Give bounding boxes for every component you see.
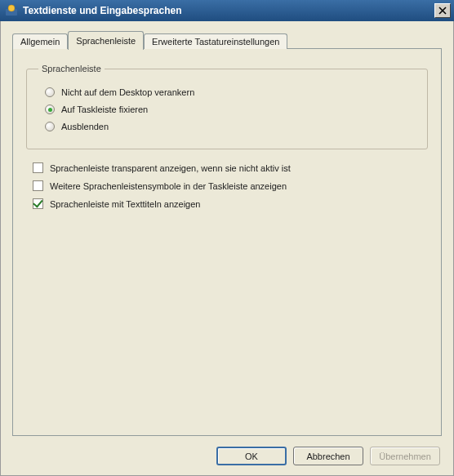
radio-not-docked[interactable]: Nicht auf dem Desktop verankern	[45, 87, 416, 97]
cancel-button-label: Abbrechen	[306, 452, 349, 461]
cancel-button[interactable]: Abbrechen	[293, 447, 363, 465]
radio-not-docked-input[interactable]	[45, 87, 55, 97]
group-legend: Sprachenleiste	[38, 64, 105, 73]
tab-general[interactable]: Allgemein	[12, 33, 68, 49]
ok-button[interactable]: OK	[216, 447, 287, 465]
check-text-labels-label: Sprachenleiste mit Texttiteln anzeigen	[50, 199, 200, 209]
window-title: Textdienste und Eingabesprachen	[23, 5, 434, 16]
check-extra-icons-input[interactable]	[33, 180, 43, 191]
radio-dock-taskbar-label: Auf Taskleiste fixieren	[61, 105, 148, 114]
group-sprachenleiste: Sprachenleiste Nicht auf dem Desktop ver…	[26, 64, 428, 149]
ok-button-label: OK	[245, 452, 258, 461]
check-transparent-label: Sprachenleiste transparent anzeigen, wen…	[50, 163, 291, 173]
tab-strip: Allgemein Sprachenleiste Erweiterte Tast…	[12, 31, 287, 49]
apply-button-label: Übernehmen	[379, 452, 431, 461]
tab-languagebar-label: Sprachenleiste	[76, 36, 136, 46]
dialog-buttons: OK Abbrechen Übernehmen	[216, 447, 440, 465]
check-transparent[interactable]: Sprachenleiste transparent anzeigen, wen…	[33, 162, 428, 173]
check-text-labels-input[interactable]	[33, 198, 43, 209]
check-transparent-input[interactable]	[33, 162, 43, 173]
apply-button: Übernehmen	[370, 447, 440, 465]
tab-languagebar[interactable]: Sprachenleiste	[68, 31, 144, 50]
close-button[interactable]	[434, 3, 451, 18]
radio-hide-label: Ausblenden	[61, 122, 109, 131]
tab-advanced-label: Erweiterte Tastatureinstellungen	[152, 37, 279, 47]
title-bar: Textdienste und Eingabesprachen	[0, 0, 454, 21]
tab-general-label: Allgemein	[20, 37, 60, 47]
check-extra-icons[interactable]: Weitere Sprachenleistensymbole in der Ta…	[33, 180, 428, 191]
radio-dock-taskbar[interactable]: Auf Taskleiste fixieren	[45, 105, 416, 114]
tab-panel: Sprachenleiste Nicht auf dem Desktop ver…	[12, 48, 442, 436]
app-icon	[5, 4, 18, 17]
radio-hide[interactable]: Ausblenden	[45, 122, 416, 131]
radio-not-docked-label: Nicht auf dem Desktop verankern	[61, 87, 194, 97]
dialog-client: Allgemein Sprachenleiste Erweiterte Tast…	[0, 21, 454, 476]
svg-point-1	[8, 5, 15, 11]
radio-hide-input[interactable]	[45, 122, 55, 131]
tab-advanced-keyboard[interactable]: Erweiterte Tastatureinstellungen	[144, 33, 287, 49]
check-extra-icons-label: Weitere Sprachenleistensymbole in der Ta…	[50, 181, 287, 191]
radio-dock-taskbar-input[interactable]	[45, 105, 55, 114]
check-text-labels[interactable]: Sprachenleiste mit Texttiteln anzeigen	[33, 198, 428, 209]
